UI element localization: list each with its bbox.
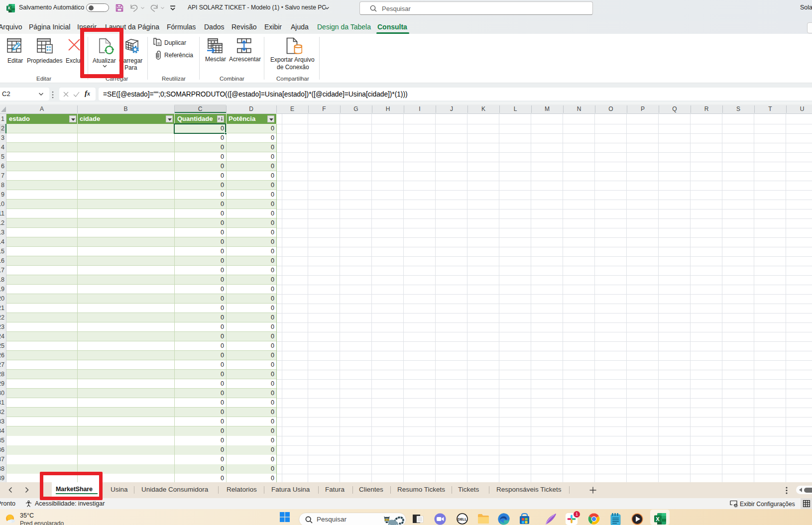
svg-text:X: X [656,516,660,522]
svg-text:DELL: DELL [458,518,467,521]
svg-text:X: X [7,5,10,10]
